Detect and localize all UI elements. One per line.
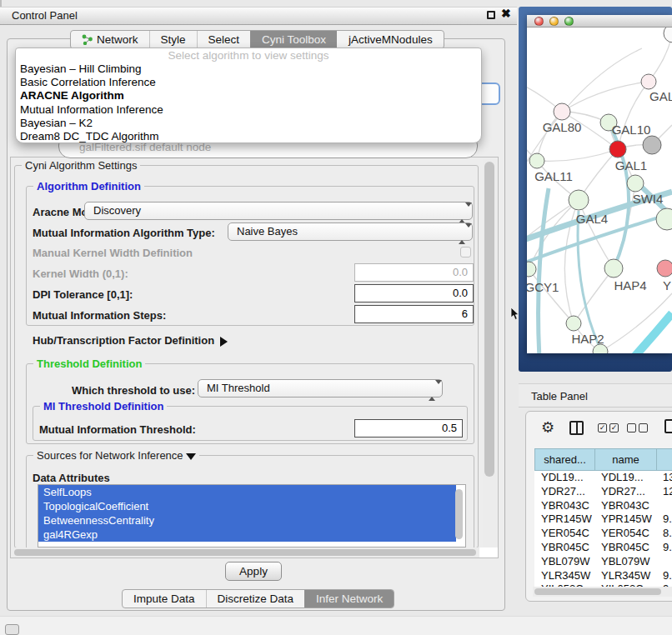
network-edge[interactable]	[537, 149, 618, 161]
network-node[interactable]	[569, 190, 589, 210]
table-cell: YDR27...	[534, 485, 594, 499]
node-label: GAL10	[612, 122, 651, 137]
mi-threshold-field[interactable]: 0.5	[354, 419, 463, 438]
network-node[interactable]	[604, 259, 623, 278]
aracne-mode-combobox[interactable]: Discovery	[84, 202, 473, 220]
float-window-icon[interactable]	[487, 11, 495, 19]
network-node[interactable]	[641, 74, 656, 89]
sources-title: Sources for Network Inference	[37, 449, 183, 462]
dpi-tolerance-label: DPI Tolerance [0,1]:	[33, 288, 133, 301]
attribute-item[interactable]: SelfLoops	[38, 485, 456, 499]
mi-algorithm-type-combobox[interactable]: Naive Bayes	[228, 222, 473, 241]
data-attributes-list[interactable]: SelfLoopsTopologicalCoefficientBetweenne…	[38, 484, 466, 548]
gear-icon[interactable]: ⚙	[541, 418, 554, 437]
network-edge[interactable]	[562, 82, 649, 112]
sources-title-row[interactable]: Sources for Network Inference	[33, 449, 199, 462]
table-row[interactable]: YLR345WYLR345W9.	[534, 569, 672, 583]
table-cell	[656, 499, 672, 513]
network-node[interactable]	[656, 208, 672, 230]
manual-kernel-width-checkbox[interactable]	[460, 247, 471, 258]
settings-horizontal-scrollbar[interactable]	[13, 548, 479, 558]
tab-select[interactable]: Select	[197, 31, 251, 48]
apply-button[interactable]: Apply	[225, 562, 282, 581]
hub-definition-expander[interactable]: Hub/Transcription Factor Definition	[33, 334, 228, 347]
table-cell: YBR043C	[594, 499, 656, 513]
minimize-light[interactable]	[549, 17, 559, 26]
table-cell: YBR043C	[534, 499, 594, 513]
bottom-tab-infer-network[interactable]: Infer Network	[304, 590, 394, 608]
attribute-item[interactable]: TopologicalCoefficient	[38, 499, 456, 513]
algorithm-option[interactable]: Bayesian – K2	[16, 117, 481, 130]
scrollbar-corner	[479, 548, 498, 558]
status-strip	[0, 616, 672, 635]
attributes-scrollbar[interactable]	[455, 487, 464, 545]
window-edge-artifact	[0, 0, 2, 7]
tab-network[interactable]: Network	[71, 31, 149, 48]
column-header[interactable]: shared...	[534, 448, 594, 471]
network-node[interactable]	[627, 175, 644, 192]
network-edge[interactable]	[618, 82, 649, 149]
algorithm-option[interactable]: Bayesian – Hill Climbing	[16, 62, 481, 76]
network-node[interactable]	[529, 153, 544, 168]
algorithm-option[interactable]: ARACNE Algorithm	[16, 89, 481, 102]
table-cell: 9.	[656, 541, 672, 555]
bottom-left-widget[interactable]	[5, 624, 19, 635]
mi-steps-label: Mutual Information Steps:	[33, 309, 166, 322]
algorithm-option[interactable]: Basic Correlation Inference	[16, 76, 481, 89]
network-node[interactable]	[609, 141, 626, 158]
network-edge[interactable]	[539, 188, 549, 353]
network-edge[interactable]	[527, 48, 642, 175]
dpi-tolerance-field[interactable]: 0.0	[354, 284, 474, 302]
table-row[interactable]: YBL079WYBL079W	[534, 555, 672, 569]
panel-title: Control Panel	[12, 9, 78, 22]
attribute-item[interactable]: BetweennessCentrality	[38, 513, 456, 528]
deselect-all-checkboxes-icon[interactable]	[627, 423, 648, 432]
spinner-icon	[429, 382, 436, 399]
network-icon	[82, 34, 93, 45]
close-light[interactable]	[534, 17, 544, 26]
network-node[interactable]	[657, 260, 672, 277]
zoom-light[interactable]	[564, 17, 574, 26]
table-row[interactable]: YPR145WYPR145W9.	[534, 512, 672, 527]
node-label: GAL11	[534, 169, 573, 183]
control-panel-tabbar: NetworkStyleSelectCyni ToolboxjActiveMNo…	[70, 30, 444, 49]
tab-style[interactable]: Style	[149, 31, 197, 48]
network-node[interactable]	[554, 103, 570, 120]
table-row[interactable]: YER054CYER054C8.	[534, 527, 672, 541]
table-row[interactable]: YDL19...YDL19...13	[534, 471, 672, 485]
bottom-tab-discretize-data[interactable]: Discretize Data	[206, 590, 305, 608]
network-edge[interactable]	[602, 313, 672, 353]
kernel-width-field[interactable]: 0.0	[354, 263, 474, 282]
network-canvas[interactable]: GALGAL80GAL10GAL1GAL11SWI4GAL4GCY1HAP4YH…	[527, 28, 672, 353]
tab-cyni-toolbox[interactable]: Cyni Toolbox	[250, 31, 337, 48]
table-horizontal-scrollbar[interactable]	[533, 587, 672, 597]
table-row[interactable]: YBR045CYBR045C9.	[534, 541, 672, 555]
attribute-item[interactable]: gal4RGexp	[38, 528, 456, 542]
column-layout-icon[interactable]	[569, 421, 584, 435]
node-label: HAP2	[571, 332, 604, 346]
hub-definition-label: Hub/Transcription Factor Definition	[33, 334, 214, 347]
tab-jactivemnodules[interactable]: jActiveMNodules	[337, 31, 444, 48]
select-all-checkboxes-icon[interactable]: ✓✓	[598, 423, 619, 432]
table-row[interactable]: YDR27...YDR27...12	[534, 485, 672, 499]
table-options-icon[interactable]	[664, 419, 672, 433]
column-header[interactable]: A	[656, 448, 672, 471]
table-panel-body: ⚙ ✓✓ shared...nameA YDL19...YDL19...13YD…	[525, 411, 672, 602]
algorithm-option[interactable]: Mutual Information Inference	[16, 103, 481, 117]
network-node[interactable]	[566, 316, 581, 331]
network-node[interactable]	[664, 28, 672, 42]
algorithm-option[interactable]: Dream8 DC_TDC Algorithm	[16, 130, 481, 143]
mi-steps-field[interactable]: 6	[354, 305, 474, 323]
mi-algorithm-type-value: Naive Bayes	[237, 225, 298, 238]
close-icon[interactable]: ✖	[501, 8, 511, 19]
table-row[interactable]: YBR043CYBR043C	[534, 499, 672, 513]
table-cell: YLR345W	[594, 569, 656, 583]
table-cell: YDR27...	[594, 485, 656, 499]
network-view-window[interactable]: GALGAL80GAL10GAL1GAL11SWI4GAL4GCY1HAP4YH…	[527, 15, 672, 353]
which-threshold-combobox[interactable]: MI Threshold	[198, 379, 443, 398]
column-header[interactable]: name	[594, 448, 656, 471]
bottom-tab-impute-data[interactable]: Impute Data	[123, 590, 206, 608]
network-node[interactable]	[643, 136, 661, 154]
settings-vertical-scrollbar[interactable]	[483, 159, 497, 548]
network-node[interactable]	[527, 262, 536, 277]
